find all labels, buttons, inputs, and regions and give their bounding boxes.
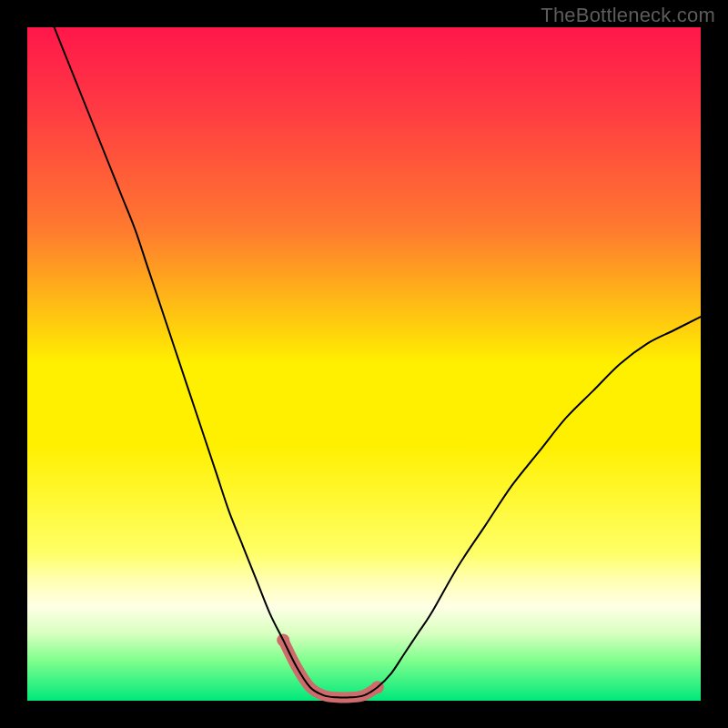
chart-frame: TheBottleneck.com xyxy=(0,0,728,728)
chart-plot-area xyxy=(27,27,701,701)
watermark-text: TheBottleneck.com xyxy=(541,4,715,27)
bottleneck-chart xyxy=(0,0,728,728)
